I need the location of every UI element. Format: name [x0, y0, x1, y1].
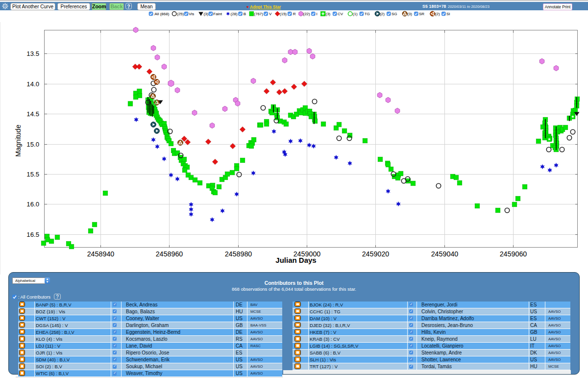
svg-text:2459060: 2459060: [500, 250, 527, 258]
svg-text:(2): (2): [380, 12, 385, 16]
svg-text:13.5: 13.5: [26, 50, 39, 57]
svg-text:Magnitude: Magnitude: [14, 125, 22, 157]
svg-text:(22): (22): [303, 12, 311, 16]
svg-text:(3): (3): [326, 12, 331, 16]
svg-text:Faint: Faint: [213, 12, 222, 16]
svg-text:SG: SG: [392, 12, 397, 16]
svg-text:V: V: [269, 12, 272, 16]
svg-text:CV: CV: [338, 12, 343, 16]
svg-text:16.0: 16.0: [26, 201, 39, 208]
svg-text:2459040: 2459040: [431, 250, 459, 258]
svg-text:16.5: 16.5: [26, 231, 39, 238]
svg-text:(28): (28): [231, 12, 238, 16]
svg-text:(15): (15): [280, 12, 287, 16]
svg-text:B: B: [244, 12, 246, 16]
svg-text:(1): (1): [353, 12, 358, 16]
svg-text:SR: SR: [419, 12, 424, 16]
svg-text::All (868): :All (868): [153, 12, 169, 16]
svg-text:SI: SI: [446, 12, 450, 16]
svg-text:Vis: Vis: [189, 12, 194, 16]
svg-text:R: R: [293, 12, 296, 16]
svg-text:14.5: 14.5: [26, 110, 39, 118]
svg-text:(767): (767): [254, 12, 263, 16]
svg-text:(3): (3): [203, 12, 208, 16]
svg-text:Julian Days: Julian Days: [275, 256, 316, 264]
svg-text:2458940: 2458940: [87, 250, 115, 258]
svg-text:(25): (25): [177, 12, 184, 16]
svg-text:2458960: 2458960: [156, 250, 183, 258]
svg-text:2459020: 2459020: [362, 250, 390, 258]
svg-text:15.0: 15.0: [26, 141, 39, 148]
svg-text:(3): (3): [407, 12, 412, 16]
svg-text:14.0: 14.0: [26, 80, 39, 88]
svg-text:15.5: 15.5: [26, 171, 39, 178]
svg-text:I: I: [317, 12, 318, 16]
svg-text:(2): (2): [435, 12, 440, 16]
svg-text:2458980: 2458980: [225, 250, 252, 258]
svg-text:TG: TG: [365, 12, 370, 16]
